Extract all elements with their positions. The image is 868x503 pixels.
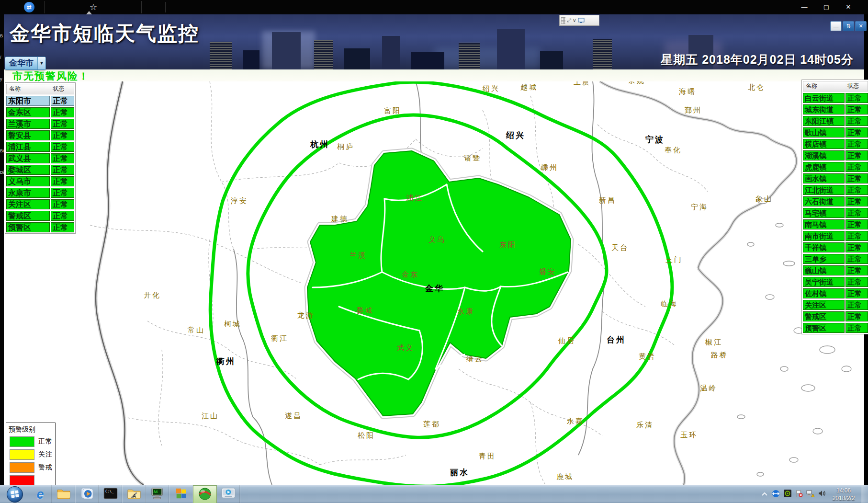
favorites-tab[interactable]: ☆ xyxy=(45,1,142,13)
table-row[interactable]: 婺城区正常 xyxy=(6,165,74,175)
table-row[interactable]: 横店镇正常 xyxy=(803,139,868,149)
taskbar-app-explorer[interactable] xyxy=(52,485,76,503)
table-row[interactable]: 预警区正常 xyxy=(803,323,868,333)
map-label-county: 宁海 xyxy=(691,203,708,211)
os-minimize-button[interactable]: — xyxy=(793,0,815,13)
taskbar-app-video-player[interactable] xyxy=(217,485,240,503)
row-status: 正常 xyxy=(51,119,74,129)
map-label-county: 临海 xyxy=(661,299,678,308)
table-row[interactable]: 白云街道正常 xyxy=(803,93,868,103)
table-row[interactable]: 兰溪市正常 xyxy=(6,119,74,129)
jinhua-region[interactable] xyxy=(307,151,571,416)
table-row[interactable]: 浦江县正常 xyxy=(6,142,74,152)
app-close-button[interactable]: ✕ xyxy=(855,21,867,31)
monitor-icon[interactable] xyxy=(578,18,585,23)
start-button[interactable] xyxy=(6,486,24,503)
row-name: 武义县 xyxy=(6,153,50,163)
folder-icon xyxy=(56,487,71,502)
edge-text-fragment: y xyxy=(0,77,2,81)
district-status-table: 名称状态东阳市正常金东区正常兰溪市正常磐安县正常浦江县正常武义县正常婺城区正常义… xyxy=(5,82,76,234)
app-minimize-button[interactable]: — xyxy=(830,21,842,31)
table-row[interactable]: 永康市正常 xyxy=(6,188,74,198)
taskbar-app-ie[interactable]: e xyxy=(29,485,52,503)
table-row[interactable]: 磐安县正常 xyxy=(6,130,74,140)
table-row[interactable]: 东阳市正常 xyxy=(6,96,74,106)
table-row[interactable]: 城东街道正常 xyxy=(803,104,868,114)
tray-hidden-icons[interactable] xyxy=(760,491,768,499)
row-name: 警戒区 xyxy=(6,211,50,221)
table-row[interactable]: 巍山镇正常 xyxy=(803,265,868,275)
fullscreen-icon[interactable]: ⤢ xyxy=(567,17,571,23)
map-label-county: 衢江 xyxy=(271,334,288,342)
map-label-county: 海曙 xyxy=(679,87,696,95)
taskbar-app-weather-globe[interactable] xyxy=(193,485,217,503)
table-row[interactable]: 歌山镇正常 xyxy=(803,127,868,137)
row-name: 画水镇 xyxy=(803,173,845,183)
taskbar-app-office[interactable] xyxy=(169,485,193,503)
table-row[interactable]: 千祥镇正常 xyxy=(803,242,868,252)
video-player-icon xyxy=(221,487,236,502)
chevron-down-icon[interactable]: ∨ xyxy=(573,17,576,23)
table-row[interactable]: 关注区正常 xyxy=(803,300,868,310)
table-row[interactable]: 吴宁街道正常 xyxy=(803,277,868,287)
building-silhouette xyxy=(243,50,259,69)
table-row[interactable]: 关注区正常 xyxy=(6,199,74,209)
city-selector-dropdown[interactable]: 金华市 ▼ xyxy=(5,57,46,70)
table-row[interactable]: 东阳江镇正常 xyxy=(803,116,868,126)
row-name: 虎鹿镇 xyxy=(803,162,845,172)
column-header: 名称 xyxy=(803,81,845,91)
taskbar-app-tools-folder[interactable]: A xyxy=(123,485,146,503)
row-status: 正常 xyxy=(845,208,868,218)
table-row[interactable]: 武义县正常 xyxy=(6,153,74,163)
map-label-county: 新昌 xyxy=(599,196,616,204)
row-status: 正常 xyxy=(845,173,868,183)
clock-time: 14:06 xyxy=(828,487,859,494)
taskbar-app-media-player[interactable] xyxy=(76,485,99,503)
table-row[interactable]: 江北街道正常 xyxy=(803,185,868,195)
map-label-county: 柯城 xyxy=(224,320,241,328)
tray-nvidia[interactable] xyxy=(783,491,791,499)
alert-strip: 市无预警风险！ xyxy=(4,69,864,81)
row-name: 千祥镇 xyxy=(803,242,845,252)
table-row[interactable]: 警戒区正常 xyxy=(803,311,868,321)
table-row[interactable]: 马宅镇正常 xyxy=(803,208,868,218)
table-row[interactable]: 警戒区正常 xyxy=(6,211,74,221)
table-row[interactable]: 六石街道正常 xyxy=(803,196,868,206)
datetime-display: 星期五 2018年02月02日 14时05分 xyxy=(661,52,854,68)
table-row[interactable]: 三单乡正常 xyxy=(803,254,868,264)
tray-volume[interactable] xyxy=(818,491,826,499)
legend-label: 正常 xyxy=(38,437,53,446)
tray-clock[interactable]: 14:06 2018/2/2 xyxy=(828,487,859,502)
table-row[interactable]: 南市街道正常 xyxy=(803,231,868,241)
tray-teamviewer[interactable] xyxy=(772,491,780,499)
table-row[interactable]: 南马镇正常 xyxy=(803,219,868,229)
table-row[interactable]: 湖溪镇正常 xyxy=(803,150,868,160)
os-close-button[interactable]: ✕ xyxy=(837,0,859,13)
map-label-county: 江山 xyxy=(202,412,219,420)
table-row[interactable]: 虎鹿镇正常 xyxy=(803,162,868,172)
table-row[interactable]: 佐村镇正常 xyxy=(803,288,868,298)
table-row[interactable]: 预警区正常 xyxy=(6,222,74,232)
row-status: 正常 xyxy=(845,254,868,264)
table-row[interactable]: 义乌市正常 xyxy=(6,176,74,186)
remote-session-toolbar[interactable]: ⤢ ∨ xyxy=(559,15,599,26)
windows-colored-icon xyxy=(175,487,187,502)
row-status: 正常 xyxy=(845,162,868,172)
teamviewer-icon xyxy=(772,490,780,500)
taskbar-app-cmd[interactable]: C:\_ xyxy=(99,485,123,503)
show-desktop-button[interactable] xyxy=(861,485,868,503)
table-row[interactable]: 金东区正常 xyxy=(6,107,74,117)
map-canvas[interactable]: 余姚上虞越城绍兴海曙北仑鄞州富阳桐庐奉化诸暨嵊州宁海象山新昌淳安建德天台三门临海… xyxy=(4,81,864,485)
os-maximize-button[interactable]: ▢ xyxy=(815,0,837,13)
drag-grip-icon[interactable] xyxy=(561,17,565,24)
table-row[interactable]: 画水镇正常 xyxy=(803,173,868,183)
media-player-icon xyxy=(80,487,94,502)
taskbar-app-system-monitor[interactable]: A4 xyxy=(146,485,169,503)
legend-swatch xyxy=(10,436,34,447)
tray-network[interactable]: ! xyxy=(806,491,814,499)
map-label-county: 鹿城 xyxy=(556,472,574,480)
app-restore-button[interactable]: ⇅ xyxy=(843,21,854,31)
map-label-city: 宁波 xyxy=(645,135,665,144)
teamviewer-tab[interactable]: ⇄ xyxy=(14,1,45,13)
tray-action-center[interactable] xyxy=(795,491,803,499)
